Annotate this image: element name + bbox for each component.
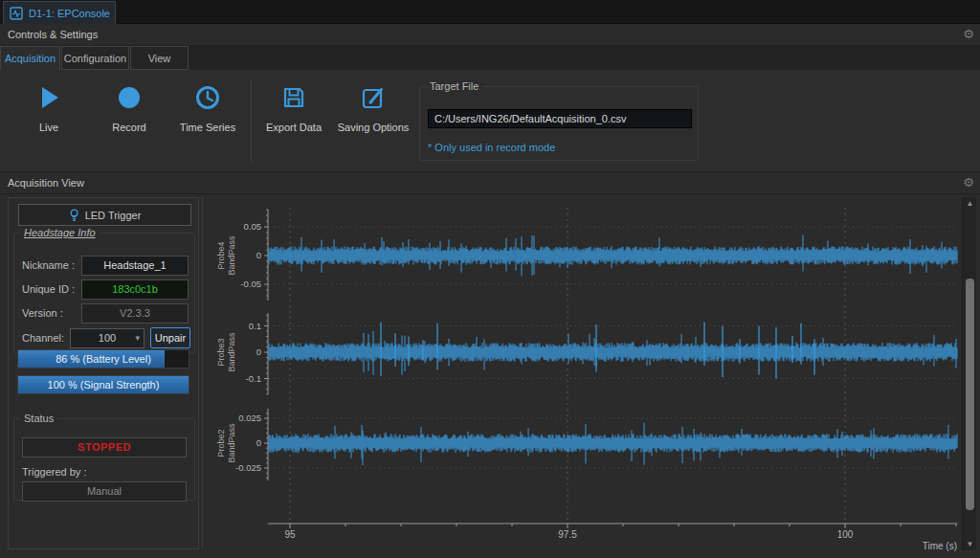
tab-acquisition[interactable]: Acquisition xyxy=(0,46,60,70)
acquisition-view-title: Acquisition View xyxy=(8,177,84,189)
record-circle-icon xyxy=(114,82,145,113)
version-label: Version : xyxy=(22,303,63,324)
channel-label: Channel: xyxy=(22,328,64,348)
status-group: Status STOPPED Triggered by : Manual xyxy=(13,413,195,501)
chevron-down-icon: ▾ xyxy=(135,329,140,347)
live-label: Live xyxy=(9,122,89,134)
unpair-button[interactable]: Unpair xyxy=(150,327,190,348)
controls-tab-strip: Acquisition Configuration View xyxy=(0,46,980,70)
tab-view[interactable]: View xyxy=(130,46,189,70)
status-value: STOPPED xyxy=(22,437,187,458)
svg-text:0.1: 0.1 xyxy=(249,321,261,331)
window-tab-epconsole[interactable]: D1-1: EPConsole xyxy=(3,1,116,24)
status-label: Status xyxy=(20,413,57,424)
signal-strength-bar: 100 % (Signal Strength) xyxy=(17,375,189,394)
svg-text:100: 100 xyxy=(837,529,854,540)
scrollbar-thumb[interactable] xyxy=(966,279,974,510)
svg-text:0: 0 xyxy=(256,346,261,357)
edit-pencil-icon xyxy=(358,82,389,113)
svg-text:BandPass: BandPass xyxy=(227,235,236,276)
headstage-info-label: Headstage Info xyxy=(20,227,100,238)
record-mode-note: * Only used in record mode xyxy=(428,142,555,153)
svg-text:-0.025: -0.025 xyxy=(235,462,261,473)
controls-settings-header: Controls & Settings ⚙ xyxy=(0,24,980,46)
window-tab-bar: D1-1: EPConsole xyxy=(0,0,980,24)
svg-text:0.025: 0.025 xyxy=(238,413,261,423)
triggered-by-value: Manual xyxy=(22,481,187,502)
panel-divider xyxy=(202,197,203,549)
record-label: Record xyxy=(89,122,169,134)
svg-text:0: 0 xyxy=(256,437,261,448)
nickname-label: Nickname : xyxy=(22,256,75,276)
clock-icon xyxy=(192,82,223,113)
svg-text:Probe4: Probe4 xyxy=(216,241,226,269)
target-file-input[interactable]: C:/Users/ING26/DefaultAcquisition_0.csv xyxy=(428,109,692,128)
scroll-down-icon[interactable]: ▼ xyxy=(963,538,977,550)
acquisition-view-header: Acquisition View ⚙ xyxy=(0,172,980,194)
led-trigger-button[interactable]: LED Trigger xyxy=(18,204,191,226)
controls-settings-title: Controls & Settings xyxy=(8,29,98,40)
target-file-label: Target File xyxy=(426,80,482,92)
svg-text:95: 95 xyxy=(284,529,296,540)
window-tab-title: D1-1: EPConsole xyxy=(29,8,110,19)
saving-options-button[interactable]: Saving Options xyxy=(333,82,413,134)
export-data-button[interactable]: Export Data xyxy=(254,82,334,134)
unique-id-field: 183c0c1b xyxy=(81,279,189,300)
channel-value: 100 xyxy=(99,332,116,344)
svg-text:BandPass: BandPass xyxy=(227,332,236,372)
play-icon xyxy=(33,82,64,113)
svg-text:-0.05: -0.05 xyxy=(240,279,261,289)
headstage-panel: LED Trigger Headstage Info Nickname : He… xyxy=(8,197,199,549)
saving-options-label: Saving Options xyxy=(333,122,413,134)
svg-text:BandPass: BandPass xyxy=(227,423,236,463)
svg-text:0.05: 0.05 xyxy=(244,221,262,232)
live-button[interactable]: Live xyxy=(9,82,89,134)
version-field: V2.3.3 xyxy=(81,303,189,324)
tab-configuration[interactable]: Configuration xyxy=(61,46,129,70)
led-trigger-label: LED Trigger xyxy=(85,210,142,221)
nickname-field[interactable]: Headstage_1 xyxy=(81,256,189,276)
channel-dropdown[interactable]: 100 ▾ xyxy=(70,328,145,348)
scroll-up-icon[interactable]: ▲ xyxy=(963,197,977,210)
svg-text:Probe2: Probe2 xyxy=(216,429,226,457)
settings-gear-icon[interactable]: ⚙ xyxy=(963,26,974,43)
svg-text:Time (s): Time (s) xyxy=(923,541,957,551)
record-button[interactable]: Record xyxy=(89,82,169,134)
acquisition-toolbar: Live Record Time Series Export Data xyxy=(0,70,980,172)
waveform-icon xyxy=(10,7,23,20)
acquisition-view-body: LED Trigger Headstage Info Nickname : He… xyxy=(0,194,980,558)
triggered-by-label: Triggered by : xyxy=(22,462,86,482)
svg-text:97.5: 97.5 xyxy=(558,529,577,540)
toolbar-divider xyxy=(251,79,252,162)
floppy-disk-icon xyxy=(278,82,309,113)
signal-strength-label: 100 % (Signal Strength) xyxy=(18,376,189,393)
probe-signal-plots: 9597.5100Time (s)0.050-0.05Probe4BandPas… xyxy=(206,196,961,552)
time-series-label: Time Series xyxy=(167,122,248,134)
export-data-label: Export Data xyxy=(254,122,334,134)
battery-level-bar: 86 % (Battery Level) xyxy=(17,349,189,368)
svg-text:Probe3: Probe3 xyxy=(216,338,226,366)
epconsole-window: D1-1: EPConsole Controls & Settings ⚙ Ac… xyxy=(0,0,980,558)
time-series-button[interactable]: Time Series xyxy=(167,82,248,134)
lightbulb-icon xyxy=(69,209,79,222)
svg-text:-0.1: -0.1 xyxy=(246,373,261,384)
plots-scrollbar[interactable]: ▲ ▼ xyxy=(962,197,976,550)
battery-level-label: 86 % (Battery Level) xyxy=(18,350,189,368)
headstage-info-group: Headstage Info Nickname : Headstage_1 Un… xyxy=(13,227,195,353)
acquisition-gear-icon[interactable]: ⚙ xyxy=(963,174,974,191)
target-file-group: Target File C:/Users/ING26/DefaultAcquis… xyxy=(419,80,699,161)
svg-text:0: 0 xyxy=(256,250,261,260)
unique-id-label: Unique ID : xyxy=(22,279,75,300)
